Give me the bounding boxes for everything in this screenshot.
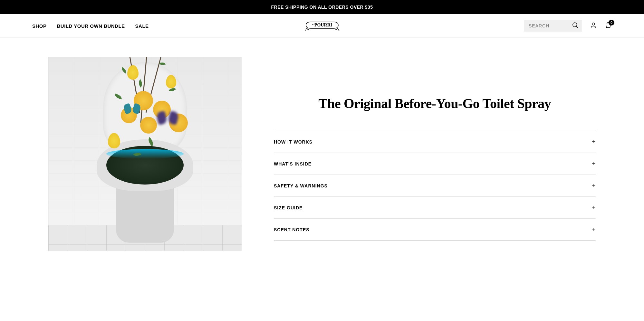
butterfly-wing — [167, 111, 179, 125]
leaf — [120, 67, 128, 74]
butterfly-wing — [123, 103, 133, 115]
account-icon — [590, 22, 597, 29]
butterfly — [157, 112, 178, 128]
accordion-label: SAFETY & WARNINGS — [274, 183, 328, 188]
leaf — [114, 94, 122, 99]
butterfly-wing — [132, 103, 142, 115]
product-title: The Original Before-You-Go Toilet Spray — [274, 96, 596, 111]
svg-text:~POURRI: ~POURRI — [312, 23, 332, 27]
svg-point-3 — [592, 23, 594, 25]
cart-count-badge: 0 — [609, 20, 614, 25]
svg-line-2 — [576, 26, 578, 28]
svg-point-1 — [573, 23, 577, 27]
accordion-whats-inside[interactable]: WHAT'S INSIDE + — [274, 153, 596, 175]
plus-icon: + — [592, 204, 596, 211]
accordion-size-guide[interactable]: SIZE GUIDE + — [274, 197, 596, 219]
accordion-label: SIZE GUIDE — [274, 205, 303, 210]
lemon — [127, 65, 139, 80]
lemon — [166, 75, 176, 88]
product-image — [48, 57, 242, 251]
product-info-panel: The Original Before-You-Go Toilet Spray … — [274, 57, 596, 251]
lemon — [108, 133, 120, 148]
accordion-label: SCENT NOTES — [274, 227, 310, 232]
account-link[interactable] — [590, 22, 597, 30]
nav-sale[interactable]: SALE — [135, 23, 149, 29]
branch — [140, 57, 147, 123]
nav-bundle[interactable]: BUILD YOUR OWN BUNDLE — [57, 23, 125, 29]
search-icon — [572, 22, 579, 29]
accordion-label: HOW IT WORKS — [274, 139, 312, 145]
search-button[interactable] — [572, 22, 579, 30]
accordion-how-it-works[interactable]: HOW IT WORKS + — [274, 131, 596, 153]
butterfly — [124, 104, 140, 117]
floral-arrangement — [89, 57, 201, 178]
flower — [140, 117, 157, 134]
logo[interactable]: ~POURRI — [303, 18, 341, 34]
leaf — [137, 79, 144, 88]
accordion-scent-notes[interactable]: SCENT NOTES + — [274, 219, 596, 241]
header-utilities: 0 — [524, 20, 612, 32]
leaf — [133, 151, 141, 158]
leaf — [146, 137, 156, 146]
site-header: SHOP BUILD YOUR OWN BUNDLE SALE ~POURRI — [0, 14, 644, 38]
announcement-text: FREE SHIPPING ON ALL ORDERS OVER $35 — [271, 5, 373, 10]
logo-icon: ~POURRI — [303, 18, 341, 33]
accordion-label: WHAT'S INSIDE — [274, 161, 312, 166]
butterfly-wing — [156, 111, 168, 125]
plus-icon: + — [592, 160, 596, 167]
search-wrapper — [524, 20, 582, 32]
nav-shop[interactable]: SHOP — [32, 23, 47, 29]
plus-icon: + — [592, 182, 596, 189]
announcement-bar: FREE SHIPPING ON ALL ORDERS OVER $35 — [0, 0, 644, 14]
cart-link[interactable]: 0 — [605, 22, 612, 30]
plus-icon: + — [592, 226, 596, 233]
toilet-illustration — [84, 81, 206, 243]
primary-nav: SHOP BUILD YOUR OWN BUNDLE SALE — [32, 23, 149, 29]
product-detail: The Original Before-You-Go Toilet Spray … — [0, 38, 644, 270]
plus-icon: + — [592, 138, 596, 145]
accordion-safety-warnings[interactable]: SAFETY & WARNINGS + — [274, 175, 596, 197]
product-accordion: HOW IT WORKS + WHAT'S INSIDE + SAFETY & … — [274, 131, 596, 241]
